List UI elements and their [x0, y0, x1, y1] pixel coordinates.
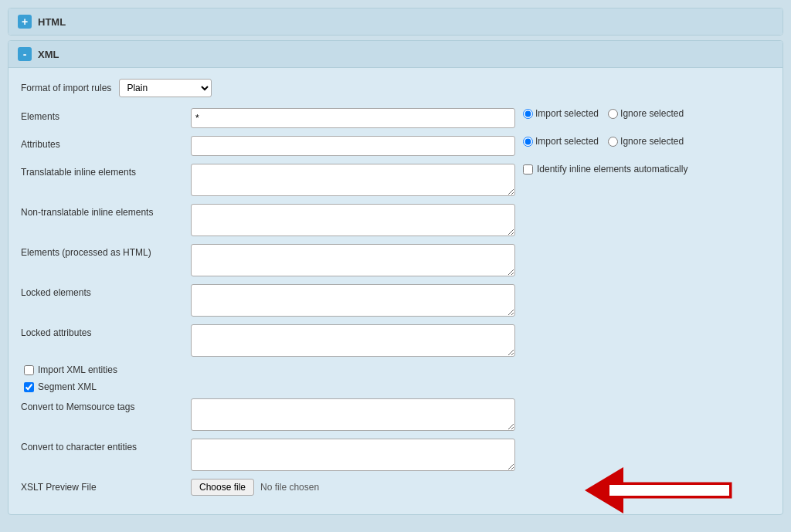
elements-ignore-label: Ignore selected — [620, 108, 684, 119]
attributes-ignore-radio[interactable] — [608, 137, 618, 147]
attributes-control: Import selected Ignore selected — [191, 136, 770, 156]
import-xml-entities-checkbox[interactable] — [24, 365, 34, 375]
xml-section-body: Format of import rules Plain JSON XML El… — [8, 68, 783, 514]
translatable-inline-checkbox-group: Identify inline elements automatically — [523, 164, 687, 175]
attributes-ignore-radio-label[interactable]: Ignore selected — [608, 136, 684, 147]
segment-xml-label[interactable]: Segment XML — [24, 381, 97, 392]
html-section: + HTML — [8, 8, 783, 36]
import-xml-entities-text: Import XML entities — [38, 364, 117, 375]
format-dropdown[interactable]: Plain JSON XML — [119, 79, 212, 97]
html-section-title: HTML — [38, 16, 66, 28]
elements-html-input[interactable] — [191, 244, 515, 276]
attributes-row: Attributes Import selected Ignore select… — [21, 136, 770, 156]
elements-html-row: Elements (processed as HTML) — [21, 244, 770, 276]
no-file-text: No file chosen — [260, 482, 319, 493]
locked-elements-label: Locked elements — [21, 284, 191, 298]
elements-html-control — [191, 244, 770, 276]
elements-row: Elements Import selected Ignore selected — [21, 108, 770, 128]
format-label: Format of import rules — [21, 83, 111, 93]
non-translatable-inline-control — [191, 204, 770, 236]
non-translatable-inline-label: Non-translatable inline elements — [21, 204, 191, 218]
convert-memsource-row: Convert to Memsource tags — [21, 398, 770, 431]
attributes-import-radio-label[interactable]: Import selected — [523, 136, 599, 147]
elements-label: Elements — [21, 108, 191, 122]
locked-elements-control — [191, 284, 770, 317]
html-section-header[interactable]: + HTML — [8, 8, 783, 35]
xslt-section: XSLT Preview File Choose file No file ch… — [21, 479, 770, 496]
locked-attributes-input[interactable] — [191, 324, 515, 357]
attributes-input[interactable] — [191, 136, 515, 156]
elements-import-radio-label[interactable]: Import selected — [523, 108, 599, 119]
xml-section-header[interactable]: - XML — [8, 41, 783, 68]
elements-input[interactable] — [191, 108, 515, 128]
translatable-inline-control: Identify inline elements automatically — [191, 164, 770, 196]
xml-section: - XML Format of import rules Plain JSON … — [8, 40, 783, 515]
html-toggle-btn[interactable]: + — [18, 15, 32, 29]
import-xml-entities-row: Import XML entities — [21, 364, 770, 375]
segment-xml-row: Segment XML — [21, 381, 770, 392]
attributes-import-label: Import selected — [535, 136, 599, 147]
xml-toggle-btn[interactable]: - — [18, 47, 32, 61]
translatable-inline-row: Translatable inline elements Identify in… — [21, 164, 770, 196]
elements-radio-group: Import selected Ignore selected — [523, 108, 684, 119]
red-arrow — [585, 463, 755, 517]
xslt-file-label: XSLT Preview File — [21, 482, 191, 493]
locked-attributes-control — [191, 324, 770, 357]
identify-inline-checkbox-label[interactable]: Identify inline elements automatically — [523, 164, 687, 175]
identify-inline-text: Identify inline elements automatically — [537, 164, 687, 175]
attributes-radio-group: Import selected Ignore selected — [523, 136, 684, 147]
elements-import-radio[interactable] — [523, 109, 533, 119]
svg-rect-2 — [609, 485, 729, 496]
attributes-label: Attributes — [21, 136, 191, 150]
convert-char-input[interactable] — [191, 439, 515, 471]
locked-attributes-row: Locked attributes — [21, 324, 770, 357]
locked-elements-row: Locked elements — [21, 284, 770, 317]
attributes-import-radio[interactable] — [523, 137, 533, 147]
format-row: Format of import rules Plain JSON XML — [21, 79, 770, 97]
xml-section-title: XML — [38, 49, 59, 60]
translatable-inline-label: Translatable inline elements — [21, 164, 191, 178]
elements-control: Import selected Ignore selected — [191, 108, 770, 128]
elements-html-label: Elements (processed as HTML) — [21, 244, 191, 258]
elements-import-label: Import selected — [535, 108, 599, 119]
convert-memsource-label: Convert to Memsource tags — [21, 398, 191, 412]
convert-char-label: Convert to character entities — [21, 439, 191, 452]
choose-file-button[interactable]: Choose file — [191, 479, 254, 496]
import-xml-entities-label[interactable]: Import XML entities — [24, 364, 117, 375]
identify-inline-checkbox[interactable] — [523, 164, 533, 175]
non-translatable-inline-row: Non-translatable inline elements — [21, 204, 770, 236]
elements-ignore-radio[interactable] — [608, 109, 618, 119]
elements-ignore-radio-label[interactable]: Ignore selected — [608, 108, 684, 119]
translatable-inline-input[interactable] — [191, 164, 515, 196]
locked-attributes-label: Locked attributes — [21, 324, 191, 338]
non-translatable-inline-input[interactable] — [191, 204, 515, 236]
segment-xml-checkbox[interactable] — [24, 382, 34, 392]
locked-elements-input[interactable] — [191, 284, 515, 317]
segment-xml-text: Segment XML — [38, 381, 97, 392]
convert-memsource-input[interactable] — [191, 398, 515, 431]
convert-memsource-control — [191, 398, 770, 431]
attributes-ignore-label: Ignore selected — [620, 136, 684, 147]
